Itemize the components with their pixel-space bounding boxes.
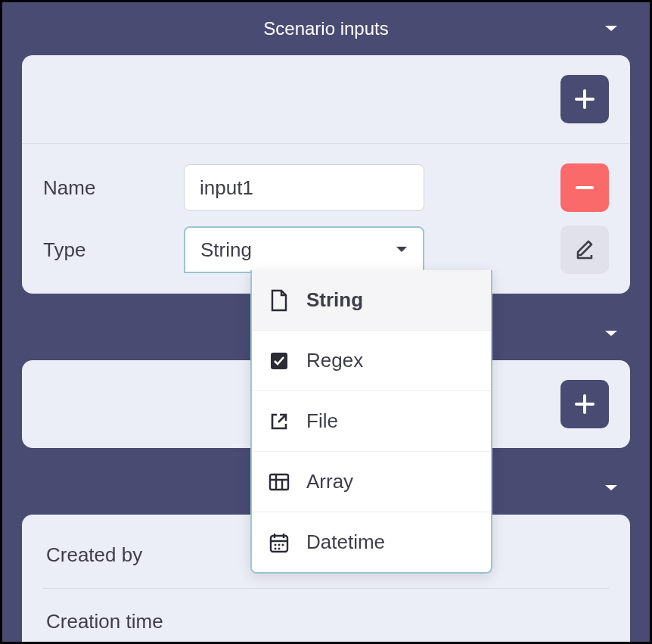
- external-icon: [269, 411, 290, 432]
- input-type-row: Type String: [43, 226, 609, 274]
- grid-icon: [269, 471, 290, 493]
- add-input-button[interactable]: [560, 75, 609, 123]
- input-name-row: Name: [43, 163, 609, 212]
- svg-point-5: [282, 543, 284, 546]
- svg-point-7: [278, 547, 281, 549]
- svg-rect-1: [270, 474, 288, 490]
- type-option-label: String: [306, 288, 363, 312]
- remove-input-button[interactable]: [560, 163, 609, 212]
- svg-point-4: [278, 543, 281, 546]
- type-option-string[interactable]: String: [252, 270, 491, 330]
- type-option-label: Array: [306, 470, 353, 493]
- calendar-icon: [269, 532, 290, 553]
- type-option-label: File: [306, 409, 338, 433]
- svg-point-6: [275, 547, 277, 549]
- edit-input-button[interactable]: [560, 226, 609, 274]
- type-select[interactable]: String: [184, 226, 424, 273]
- type-option-array[interactable]: Array: [252, 451, 491, 512]
- edit-icon: [573, 238, 596, 261]
- type-select-value: String: [200, 238, 252, 262]
- type-option-label: Datetime: [306, 530, 385, 554]
- checkbox-icon: [269, 350, 290, 372]
- type-option-regex[interactable]: Regex: [252, 330, 491, 390]
- add-output-button[interactable]: [560, 380, 609, 428]
- scenario-inputs-title: Scenario inputs: [263, 18, 388, 39]
- type-dropdown: StringRegexFileArrayDatetime: [250, 270, 492, 574]
- type-label: Type: [43, 238, 184, 262]
- svg-point-3: [275, 543, 277, 546]
- scenario-inputs-header[interactable]: Scenario inputs: [2, 2, 650, 55]
- caret-down-icon: [604, 329, 618, 338]
- file-icon: [269, 290, 290, 311]
- name-label: Name: [43, 176, 184, 200]
- scenario-inputs-card: Name Type String: [22, 55, 630, 294]
- type-option-file[interactable]: File: [252, 390, 491, 451]
- minus-icon: [573, 176, 596, 199]
- plus-icon: [573, 393, 596, 415]
- plus-icon: [573, 88, 596, 110]
- caret-down-icon: [604, 484, 618, 493]
- type-option-datetime[interactable]: Datetime: [252, 512, 491, 572]
- name-input[interactable]: [184, 164, 424, 211]
- type-option-label: Regex: [306, 349, 363, 372]
- caret-down-icon: [396, 246, 408, 254]
- creation-time-row: Creation time: [43, 589, 609, 644]
- caret-down-icon: [604, 24, 618, 33]
